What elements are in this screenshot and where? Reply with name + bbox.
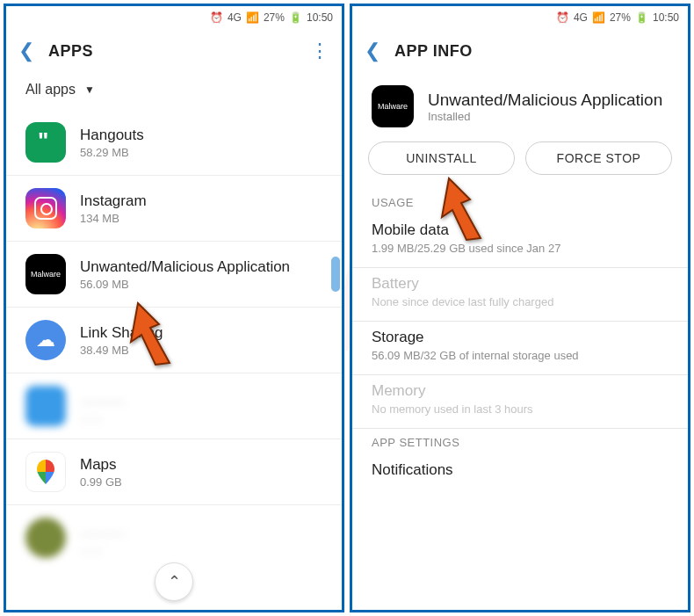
- section-label-usage: USAGE: [352, 189, 688, 214]
- row-title: Mobile data: [372, 221, 669, 239]
- malware-icon: Malware: [372, 85, 414, 127]
- network-label: 4G: [228, 11, 242, 24]
- signal-icon: 📶: [592, 11, 605, 24]
- blurred-app-icon: [25, 518, 66, 558]
- battery-pct: 27%: [264, 11, 285, 24]
- app-name: Maps: [80, 456, 122, 474]
- row-title: Notifications: [372, 461, 669, 479]
- force-stop-button[interactable]: FORCE STOP: [525, 141, 672, 175]
- list-item[interactable]: ……… ……: [6, 505, 342, 570]
- battery-pct: 27%: [610, 11, 631, 24]
- app-size: ……: [80, 541, 125, 554]
- alarm-icon: ⏰: [210, 11, 223, 24]
- app-name: Unwanted/Malicious Application: [428, 91, 662, 110]
- list-item[interactable]: Hangouts 58.29 MB: [6, 110, 342, 176]
- app-name: ………: [80, 390, 125, 408]
- app-name: Unwanted/Malicious Application: [80, 258, 290, 276]
- apps-screen: ⏰ 4G 📶 27% 🔋 10:50 ❮ APPS ⋮ All apps ▼ H…: [4, 4, 344, 612]
- chevron-down-icon: ▼: [84, 83, 95, 96]
- list-item[interactable]: ☁ Link Sharing 38.49 MB: [6, 308, 342, 373]
- list-item[interactable]: Instagram 134 MB: [6, 176, 342, 242]
- app-size: ……: [80, 409, 125, 423]
- hangouts-icon: [25, 122, 66, 163]
- clock: 10:50: [653, 11, 679, 24]
- maps-icon: [25, 452, 66, 492]
- app-name: Hangouts: [80, 127, 144, 144]
- status-bar: ⏰ 4G 📶 27% 🔋 10:50: [352, 6, 688, 29]
- blurred-app-icon: [25, 386, 66, 426]
- scroll-thumb[interactable]: [331, 257, 340, 292]
- app-size: 38.49 MB: [80, 344, 163, 357]
- row-value: None since device last fully charged: [372, 295, 669, 308]
- instagram-icon: [25, 188, 66, 228]
- filter-dropdown[interactable]: All apps ▼: [6, 73, 342, 110]
- app-info-screen: ⏰ 4G 📶 27% 🔋 10:50 ❮ APP INFO Malware Un…: [350, 4, 690, 612]
- more-icon[interactable]: ⋮: [310, 40, 329, 62]
- app-header: Malware Unwanted/Malicious Application I…: [352, 73, 688, 136]
- row-title: Memory: [372, 382, 669, 400]
- filter-label: All apps: [25, 82, 76, 98]
- network-label: 4G: [574, 11, 588, 24]
- battery-icon: 🔋: [635, 11, 648, 24]
- page-title: APP INFO: [394, 42, 676, 61]
- row-title: Battery: [372, 275, 669, 293]
- scroll-to-top-button[interactable]: ⌃: [155, 562, 193, 601]
- malware-icon: Malware: [25, 254, 66, 294]
- uninstall-button[interactable]: UNINSTALL: [368, 141, 515, 175]
- back-icon[interactable]: ❮: [365, 40, 380, 62]
- app-name: Link Sharing: [80, 324, 163, 342]
- page-title: APPS: [48, 42, 296, 61]
- app-size: 134 MB: [80, 212, 147, 225]
- status-bar: ⏰ 4G 📶 27% 🔋 10:50: [6, 6, 342, 29]
- section-label-settings: APP SETTINGS: [352, 429, 688, 454]
- link-sharing-icon: ☁: [25, 320, 66, 360]
- app-name: Instagram: [80, 192, 147, 210]
- notifications-row[interactable]: Notifications: [352, 454, 688, 485]
- row-value: 1.99 MB/25.29 GB used since Jan 27: [372, 242, 669, 255]
- battery-row: Battery None since device last fully cha…: [352, 268, 688, 322]
- app-name: ………: [80, 522, 125, 540]
- row-value: No memory used in last 3 hours: [372, 402, 669, 416]
- storage-row[interactable]: Storage 56.09 MB/32 GB of internal stora…: [352, 322, 688, 375]
- app-size: 58.29 MB: [80, 146, 144, 159]
- battery-icon: 🔋: [289, 11, 302, 24]
- memory-row: Memory No memory used in last 3 hours: [352, 375, 688, 429]
- header: ❮ APPS ⋮: [6, 29, 342, 73]
- list-item[interactable]: ……… ……: [6, 373, 342, 439]
- list-item[interactable]: Malware Unwanted/Malicious Application 5…: [6, 242, 342, 308]
- back-icon[interactable]: ❮: [18, 40, 34, 62]
- chevron-up-icon: ⌃: [168, 572, 181, 591]
- app-list: Hangouts 58.29 MB Instagram 134 MB Malwa…: [6, 110, 342, 570]
- app-size: 56.09 MB: [80, 278, 290, 291]
- list-item[interactable]: Maps 0.99 GB: [6, 439, 342, 505]
- alarm-icon: ⏰: [556, 11, 569, 24]
- app-size: 0.99 GB: [80, 475, 122, 489]
- header: ❮ APP INFO: [352, 29, 688, 73]
- app-status: Installed: [428, 110, 662, 123]
- mobile-data-row[interactable]: Mobile data 1.99 MB/25.29 GB used since …: [352, 214, 688, 268]
- clock: 10:50: [307, 11, 333, 24]
- row-value: 56.09 MB/32 GB of internal storage used: [372, 349, 669, 362]
- action-buttons: UNINSTALL FORCE STOP: [352, 136, 688, 189]
- signal-icon: 📶: [246, 11, 259, 24]
- row-title: Storage: [372, 329, 669, 346]
